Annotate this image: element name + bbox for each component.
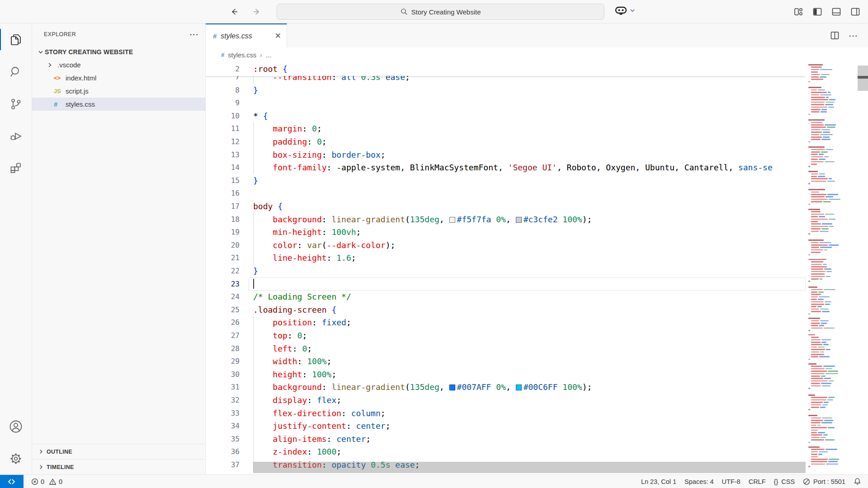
line-number[interactable]: 24 [206,290,240,303]
code-line-13[interactable]: 13 box-sizing: border-box; [206,148,806,161]
line-number[interactable]: 18 [206,213,240,226]
code-line-17[interactable]: 17body { [206,200,806,213]
code-line-12[interactable]: 12 padding: 0; [206,135,806,148]
code-line-15[interactable]: 15} [206,174,806,187]
code-line-32[interactable]: 32 display: flex; [206,394,806,407]
code-line-30[interactable]: 30 height: 100%; [206,368,806,381]
cursor-position-status[interactable]: Ln 23, Col 1 [637,478,680,485]
code-line-34[interactable]: 34 justify-content: center; [206,419,806,432]
toggle-primary-sidebar-icon[interactable] [812,6,823,17]
language-mode-status[interactable]: {} CSS [770,478,799,485]
remote-indicator[interactable] [0,475,24,488]
tree-item-script-js[interactable]: JS script.js [32,84,205,98]
line-number[interactable]: 19 [206,225,240,239]
vertical-scrollbar[interactable] [858,62,868,474]
live-server-port-status[interactable]: Port : 5501 [799,478,849,485]
copilot-icon[interactable] [615,5,627,16]
code-line-22[interactable]: 22} [206,264,806,277]
code-line-20[interactable]: 20 color: var(--dark-color); [206,239,806,252]
line-number[interactable]: 8 [206,84,240,97]
code-line-11[interactable]: 11 margin: 0; [206,122,806,135]
line-number[interactable]: 26 [206,316,240,329]
line-number[interactable]: 20 [206,239,240,252]
code-line-14[interactable]: 14 font-family: -apple-system, BlinkMacS… [206,161,806,174]
line-number[interactable]: 28 [206,342,240,355]
notifications-bell-icon[interactable] [849,478,865,485]
line-number[interactable]: 11 [206,122,240,135]
explorer-view-icon[interactable] [0,23,32,56]
tree-item-vscode-folder[interactable]: .vscode [32,58,205,71]
copilot-dropdown-chevron-icon[interactable] [630,8,635,13]
eol-status[interactable]: CRLF [745,478,770,485]
code-line-19[interactable]: 19 min-height: 100vh; [206,225,806,239]
line-number[interactable]: 35 [206,432,240,446]
code-line-26[interactable]: 26 position: fixed; [206,316,806,329]
line-number[interactable]: 36 [206,445,240,458]
back-button[interactable] [228,6,240,18]
tree-item-index-html[interactable]: <> index.html [32,71,205,84]
code-line-27[interactable]: 27 top: 0; [206,329,806,342]
code-line-16[interactable]: 16 [206,187,806,200]
code-line-25[interactable]: 25.loading-screen { [206,303,806,316]
line-number[interactable]: 30 [206,368,240,381]
code-line-35[interactable]: 35 align-items: center; [206,432,806,446]
line-number[interactable]: 13 [206,148,240,161]
line-number[interactable]: 29 [206,355,240,368]
line-number[interactable]: 9 [206,96,240,109]
timeline-section[interactable]: TIMELINE [32,459,205,474]
line-number[interactable]: 25 [206,303,240,316]
code-editor[interactable]: 7 --transition: all 0.3s ease;8}910* {11… [206,62,868,474]
code-line-24[interactable]: 24/* Loading Screen */ [206,290,806,303]
indentation-status[interactable]: Spaces: 4 [680,478,718,485]
code-line-18[interactable]: 18 background: linear-gradient(135deg, #… [206,213,806,226]
close-tab-icon[interactable]: ✕ [275,32,281,40]
extensions-view-icon[interactable] [0,152,32,184]
accounts-icon[interactable] [0,410,32,442]
code-line-36[interactable]: 36 z-index: 1000; [206,445,806,458]
code-line-23[interactable]: 23 [206,277,806,291]
code-line-28[interactable]: 28 left: 0; [206,342,806,355]
tab-styles-css[interactable]: # styles.css ✕ [206,23,287,47]
code-line-31[interactable]: 31 background: linear-gradient(135deg, #… [206,380,806,394]
explorer-more-actions-icon[interactable]: ⋯ [189,29,199,40]
code-line-29[interactable]: 29 width: 100%; [206,355,806,368]
color-swatch[interactable] [516,217,522,223]
line-number[interactable]: 22 [206,264,240,277]
split-editor-icon[interactable] [830,31,840,40]
line-number[interactable]: 37 [206,458,240,471]
code-line-10[interactable]: 10* { [206,109,806,122]
line-number[interactable]: 12 [206,135,240,148]
line-number[interactable]: 27 [206,329,240,342]
code-line-21[interactable]: 21 line-height: 1.6; [206,251,806,264]
color-swatch[interactable] [449,385,455,390]
toggle-secondary-sidebar-icon[interactable] [850,6,861,17]
settings-gear-icon[interactable] [0,442,32,474]
tree-item-styles-css[interactable]: # styles.css [32,98,205,111]
problems-status[interactable]: 0 0 [27,475,66,488]
line-number[interactable]: 14 [206,161,240,174]
sticky-scroll-line[interactable]: 2 :root { [206,62,806,76]
breadcrumb[interactable]: # styles.css › ... [206,47,868,62]
forward-button[interactable] [251,6,263,18]
line-number[interactable]: 15 [206,174,240,187]
toggle-panel-icon[interactable] [831,6,842,17]
color-swatch[interactable] [516,385,522,390]
line-number[interactable]: 23 [206,277,240,291]
command-center-search[interactable]: Story Creating Website [277,4,604,20]
source-control-view-icon[interactable] [0,88,32,120]
code-line-33[interactable]: 33 flex-direction: column; [206,407,806,420]
search-view-icon[interactable] [0,56,32,88]
line-number[interactable]: 31 [206,380,240,394]
line-number[interactable]: 21 [206,251,240,264]
line-number[interactable]: 33 [206,407,240,420]
line-number[interactable]: 32 [206,394,240,407]
encoding-status[interactable]: UTF-8 [718,478,745,485]
line-number[interactable]: 17 [206,200,240,213]
line-number[interactable]: 16 [206,187,240,200]
code-line-9[interactable]: 9 [206,96,806,109]
run-debug-view-icon[interactable] [0,120,32,152]
workspace-folder-row[interactable]: STORY CREATING WEBSITE [32,45,205,58]
customize-layout-icon[interactable] [793,6,804,17]
minimap[interactable] [806,62,858,474]
horizontal-scrollbar[interactable] [253,462,806,473]
